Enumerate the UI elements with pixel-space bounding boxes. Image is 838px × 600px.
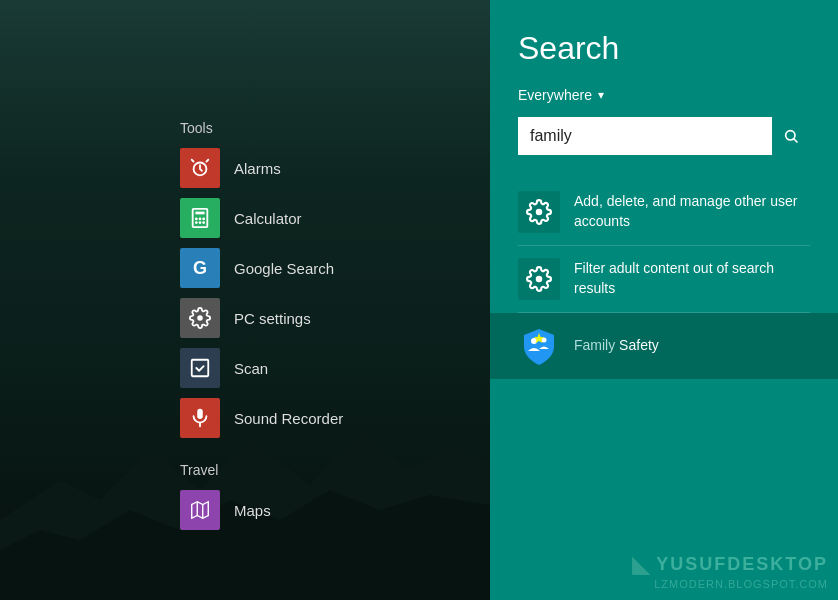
app-pc-settings[interactable]: PC settings — [180, 298, 490, 338]
search-button[interactable] — [772, 117, 810, 155]
tools-group-label: Tools — [180, 120, 490, 136]
search-box — [518, 117, 810, 155]
travel-group-label: Travel — [180, 462, 490, 478]
travel-group: Travel Maps — [180, 462, 490, 530]
chevron-down-icon: ▾ — [598, 88, 604, 102]
right-panel: Search Everywhere ▾ Add, delete, and man… — [490, 0, 838, 600]
app-alarms[interactable]: Alarms — [180, 148, 490, 188]
pc-settings-icon — [180, 298, 220, 338]
search-input[interactable] — [518, 119, 772, 153]
app-scan[interactable]: Scan — [180, 348, 490, 388]
svg-rect-11 — [192, 360, 209, 377]
family-safety-icon — [518, 325, 560, 367]
result-filter[interactable]: Filter adult content out of search resul… — [518, 246, 810, 313]
scope-label: Everywhere — [518, 87, 592, 103]
maps-icon — [180, 490, 220, 530]
gear-icon — [526, 199, 552, 225]
calculator-label: Calculator — [234, 210, 302, 227]
search-icon — [783, 128, 799, 144]
safety-normal: Safety — [615, 337, 659, 353]
result-family-safety[interactable]: Family Safety — [490, 313, 838, 379]
app-calculator[interactable]: Calculator — [180, 198, 490, 238]
family-safety-result-icon — [518, 325, 560, 367]
svg-point-7 — [202, 218, 205, 221]
google-search-icon: G — [180, 248, 220, 288]
result-accounts[interactable]: Add, delete, and manage other user accou… — [518, 179, 810, 246]
gear-icon-2 — [526, 266, 552, 292]
left-panel: Tools Alarms Calculator G Google Search … — [0, 0, 490, 600]
svg-point-9 — [199, 221, 202, 224]
svg-point-5 — [195, 218, 198, 221]
sound-recorder-label: Sound Recorder — [234, 410, 343, 427]
accounts-result-icon — [518, 191, 560, 233]
accounts-result-text: Add, delete, and manage other user accou… — [574, 192, 810, 231]
alarms-icon — [180, 148, 220, 188]
svg-point-8 — [195, 221, 198, 224]
family-safety-result-text: Family Safety — [574, 336, 659, 356]
calculator-icon — [180, 198, 220, 238]
alarms-label: Alarms — [234, 160, 281, 177]
svg-point-10 — [202, 221, 205, 224]
app-google-search[interactable]: G Google Search — [180, 248, 490, 288]
scan-icon — [180, 348, 220, 388]
google-search-label: Google Search — [234, 260, 334, 277]
svg-rect-12 — [197, 409, 203, 419]
search-title: Search — [518, 30, 810, 67]
scan-label: Scan — [234, 360, 268, 377]
app-sound-recorder[interactable]: Sound Recorder — [180, 398, 490, 438]
maps-label: Maps — [234, 502, 271, 519]
svg-point-6 — [199, 218, 202, 221]
filter-result-text: Filter adult content out of search resul… — [574, 259, 810, 298]
svg-rect-4 — [195, 212, 204, 215]
filter-result-icon — [518, 258, 560, 300]
tools-group: Tools Alarms Calculator G Google Search … — [180, 120, 490, 438]
sound-recorder-icon — [180, 398, 220, 438]
app-maps[interactable]: Maps — [180, 490, 490, 530]
scope-selector[interactable]: Everywhere ▾ — [518, 87, 810, 103]
pc-settings-label: PC settings — [234, 310, 311, 327]
family-highlight: Family — [574, 337, 615, 353]
